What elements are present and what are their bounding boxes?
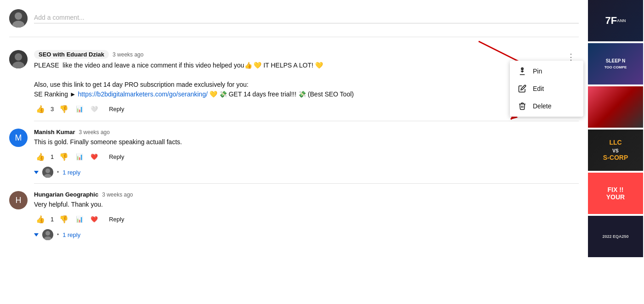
- comment-block-2: M Manish Kumar 3 weeks ago This is gold.…: [9, 123, 579, 183]
- comment-3-body: Hungarian Geographic 3 weeks ago Very he…: [34, 191, 579, 240]
- add-comment-row: Add a comment...: [9, 5, 579, 37]
- heart-icon: 🤍: [90, 106, 98, 113]
- thumbnail-6: 2022 EQA250: [588, 216, 643, 257]
- comment-3-avatar: H: [9, 191, 28, 209]
- thumbs-up-icon: 👍: [36, 105, 45, 113]
- reply-avatar-small: [42, 167, 53, 178]
- replies-dot: •: [57, 169, 59, 175]
- comment-block-3: H Hungarian Geographic 3 weeks ago Very …: [9, 186, 579, 246]
- sidebar-thumb-6[interactable]: 2022 EQA250: [588, 216, 643, 257]
- heart-red-icon-3: ❤️: [90, 216, 98, 223]
- thumbnail-5: FIX !!YOUR: [588, 173, 643, 214]
- svg-point-11: [45, 231, 50, 236]
- comment-2-like-count: 1: [51, 153, 54, 160]
- comment-1-body: SEO with Eduard Dziak 3 weeks ago PLEASE…: [34, 50, 557, 115]
- reply-avatar-small-3: [42, 229, 53, 240]
- bar-chart-icon: 📊: [76, 106, 83, 113]
- comment-3-heart-btn[interactable]: ❤️: [89, 214, 100, 225]
- add-comment-input[interactable]: Add a comment...: [34, 14, 579, 23]
- comment-3-like-count: 1: [51, 216, 54, 223]
- comment-3-like-btn[interactable]: 👍: [34, 213, 47, 225]
- comment-1-actions: 👍 3 👎 📊 🤍 Reply: [34, 103, 557, 115]
- thumbnail-4: LLCVSS-CORP: [588, 129, 643, 171]
- comments-section: SEO with Eduard Dziak 3 weeks ago PLEASE…: [9, 45, 579, 246]
- right-sidebar: 7F ANN SLEEP NTOO COMPE LLCVSS-CORP FIX …: [588, 0, 643, 304]
- context-menu: Pin Edit: [510, 61, 583, 117]
- sidebar-thumb-2[interactable]: SLEEP NTOO COMPE: [588, 43, 643, 84]
- divider-1: [34, 121, 579, 121]
- menu-pin-label: Pin: [533, 68, 542, 75]
- comment-3-header: Hungarian Geographic 3 weeks ago: [34, 191, 579, 198]
- comment-block-1: SEO with Eduard Dziak 3 weeks ago PLEASE…: [9, 45, 579, 121]
- sidebar-thumb-3[interactable]: [588, 86, 643, 128]
- chevron-down-icon: [34, 171, 39, 174]
- sidebar-thumb-5[interactable]: FIX !!YOUR: [588, 173, 643, 214]
- comment-1-heart-btn[interactable]: 🤍: [89, 104, 100, 114]
- channel-badge: SEO with Eduard Dziak: [34, 50, 109, 59]
- user-avatar: [9, 9, 28, 28]
- comment-3-author: Hungarian Geographic: [34, 191, 98, 198]
- comment-2-dislike-btn[interactable]: 👎: [57, 151, 70, 163]
- comment-2-like-btn[interactable]: 👍: [34, 151, 47, 163]
- main-content: Add a comment... SEO with Eduard Dziak 3…: [0, 0, 588, 304]
- svg-point-8: [45, 169, 50, 173]
- heart-red-icon: ❤️: [90, 153, 98, 160]
- svg-point-4: [15, 53, 22, 61]
- comment-2-heart-btn[interactable]: ❤️: [89, 152, 100, 162]
- comment-2-replies-count[interactable]: 1 reply: [62, 169, 80, 176]
- comment-3-dislike-btn[interactable]: 👎: [57, 213, 70, 225]
- comment-1-stats-btn[interactable]: 📊: [74, 104, 85, 114]
- edit-icon: [518, 84, 526, 93]
- comment-3-view-replies[interactable]: • 1 reply: [34, 229, 579, 240]
- thumbs-down-icon: 👎: [59, 105, 68, 113]
- comment-3-reply-btn[interactable]: Reply: [105, 214, 128, 225]
- comment-1-like-btn[interactable]: 👍: [34, 103, 47, 115]
- thumbs-down-icon-3: 👎: [59, 215, 68, 224]
- comment-3-actions: 👍 1 👎 📊 ❤️ Reply: [34, 213, 579, 225]
- comment-2-text: This is gold. Finally someone speaking a…: [34, 137, 579, 147]
- delete-icon: [518, 102, 526, 110]
- comment-2-reply-btn[interactable]: Reply: [105, 152, 128, 162]
- comment-2-body: Manish Kumar 3 weeks ago This is gold. F…: [34, 129, 579, 178]
- comment-2-actions: 👍 1 👎 📊 ❤️ Reply: [34, 151, 579, 163]
- thumbs-down-icon-2: 👎: [59, 152, 68, 161]
- chevron-down-icon-3: [34, 233, 39, 236]
- thumbnail-1: 7F ANN: [588, 0, 643, 41]
- bar-chart-icon-2: 📊: [76, 153, 83, 160]
- menu-edit-label: Edit: [533, 85, 544, 92]
- comment-1-reply-btn[interactable]: Reply: [105, 104, 128, 114]
- thumbs-up-icon-3: 👍: [36, 215, 45, 224]
- comment-2-author: Manish Kumar: [34, 129, 75, 135]
- comment-2-header: Manish Kumar 3 weeks ago: [34, 129, 579, 135]
- divider-2: [34, 183, 579, 184]
- comment-1-time: 3 weeks ago: [113, 51, 143, 58]
- menu-item-delete[interactable]: Delete: [510, 97, 583, 115]
- menu-item-pin[interactable]: Pin: [510, 62, 583, 80]
- bar-chart-icon-3: 📊: [76, 216, 83, 223]
- comment-3-text: Very helpful. Thank you.: [34, 200, 579, 209]
- comment-1-text: PLEASE like the video and leave a nice c…: [34, 61, 557, 99]
- comment-3-replies-count[interactable]: 1 reply: [62, 231, 80, 238]
- comment-3-stats-btn[interactable]: 📊: [74, 214, 85, 225]
- comment-2-avatar: M: [9, 129, 28, 147]
- comment-1-dislike-btn[interactable]: 👎: [57, 103, 70, 115]
- comment-1-avatar: [9, 50, 28, 68]
- thumbnail-2: SLEEP NTOO COMPE: [588, 43, 643, 84]
- sidebar-thumb-4[interactable]: LLCVSS-CORP: [588, 129, 643, 171]
- thumbnail-3: [588, 86, 643, 128]
- svg-point-1: [15, 12, 22, 20]
- comment-2-time: 3 weeks ago: [79, 129, 110, 135]
- comment-1-like-count: 3: [51, 106, 54, 113]
- comment-2-view-replies[interactable]: • 1 reply: [34, 167, 579, 178]
- comment-3-time: 3 weeks ago: [102, 191, 133, 198]
- replies-dot-3: •: [57, 231, 59, 238]
- thumbs-up-icon-2: 👍: [36, 152, 45, 161]
- comment-1-link[interactable]: https://b2bdigitalmarketers.com/go/seran…: [78, 90, 208, 98]
- comment-1-header: SEO with Eduard Dziak 3 weeks ago: [34, 50, 557, 59]
- comment-2-stats-btn[interactable]: 📊: [74, 152, 85, 162]
- menu-item-edit[interactable]: Edit: [510, 80, 583, 97]
- sidebar-thumb-1[interactable]: 7F ANN: [588, 0, 643, 41]
- pin-icon: [518, 67, 526, 75]
- menu-delete-label: Delete: [533, 102, 551, 110]
